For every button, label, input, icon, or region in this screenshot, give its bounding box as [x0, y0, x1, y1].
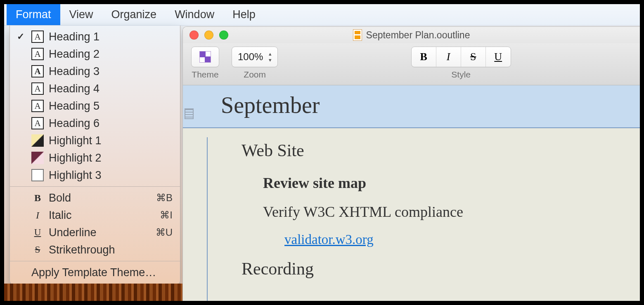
menu-heading-2[interactable]: A Heading 2 [10, 45, 180, 63]
style-segmented-control: B I S U [411, 47, 511, 67]
highlight-swatch-icon [31, 169, 44, 181]
shortcut: ⌘B [156, 192, 173, 204]
menu-apply-template-theme[interactable]: Apply Template Theme… [10, 264, 180, 281]
link[interactable]: validator.w3.org [284, 232, 374, 247]
strikethrough-button[interactable]: S [461, 47, 486, 67]
heading-style-icon: A [31, 117, 44, 129]
theme-icon [199, 51, 211, 63]
heading-style-icon: A [31, 48, 44, 60]
menu-heading-6[interactable]: A Heading 6 [10, 115, 180, 132]
theme-button[interactable] [191, 47, 219, 67]
zoom-stepper[interactable]: 100% ▴▾ [232, 47, 278, 67]
outline-row[interactable]: Recording [183, 259, 640, 279]
menu-highlight-1[interactable]: Highlight 1 [10, 132, 180, 149]
menu-strikethrough[interactable]: S Strikethrough [10, 241, 180, 258]
outline-title-row[interactable]: September [183, 85, 640, 128]
close-button[interactable] [189, 30, 199, 40]
menu-label: Heading 4 [49, 82, 99, 95]
toolbar-label: Zoom [244, 70, 266, 80]
menu-help[interactable]: Help [223, 4, 265, 25]
heading-style-icon: A [31, 100, 44, 112]
document-icon [353, 29, 362, 41]
heading-style-icon: A [31, 30, 44, 43]
menu-label: Highlight 3 [49, 169, 102, 182]
outline-row[interactable]: Verify W3C XHTML compliance [183, 203, 640, 221]
italic-button[interactable]: I [436, 47, 461, 67]
shortcut: ⌘U [156, 227, 173, 238]
outline-title: September [221, 92, 320, 118]
italic-icon: I [31, 209, 44, 221]
document-window: September Plan.ooutline Theme 100% ▴▾ Zo… [182, 26, 640, 301]
shortcut: ⌘I [160, 209, 173, 221]
menu-label: Strikethrough [49, 244, 115, 256]
bold-icon: B [31, 192, 44, 204]
menu-separator [10, 186, 180, 187]
toolbar-theme-group: Theme [191, 47, 219, 80]
menu-label: Highlight 1 [49, 134, 102, 147]
format-dropdown: ✓ A Heading 1 A Heading 2 A Heading 3 A … [9, 26, 180, 285]
window-title-text: September Plan.ooutline [366, 30, 470, 41]
outline-row[interactable]: Review site map [183, 174, 640, 192]
titlebar: September Plan.ooutline [183, 27, 640, 43]
highlight-swatch-icon [31, 134, 44, 147]
menu-bold[interactable]: B Bold ⌘B [10, 189, 180, 206]
menu-italic[interactable]: I Italic ⌘I [10, 206, 180, 224]
toolbar-label: Style [451, 70, 471, 80]
toolbar-label: Theme [192, 70, 218, 80]
zoom-button[interactable] [219, 30, 228, 40]
menu-label: Heading 1 [49, 30, 99, 43]
outline-content: Web Site Review site map Verify W3C XHTM… [183, 128, 640, 279]
toolbar: Theme 100% ▴▾ Zoom B I S U Style [183, 43, 640, 85]
zoom-value: 100% [238, 51, 263, 63]
menu-label: Heading 3 [49, 65, 99, 78]
document-area[interactable]: September Web Site Review site map Verif… [183, 85, 640, 301]
menu-format[interactable]: Format [7, 4, 60, 25]
menu-organize[interactable]: Organize [102, 4, 166, 25]
menu-heading-4[interactable]: A Heading 4 [10, 80, 180, 97]
underline-button[interactable]: U [486, 47, 511, 67]
menu-separator [10, 261, 180, 261]
menu-window[interactable]: Window [166, 4, 223, 25]
menu-highlight-3[interactable]: Highlight 3 [10, 167, 180, 184]
menu-label: Highlight 2 [49, 152, 102, 164]
menu-view[interactable]: View [60, 4, 102, 25]
menu-label: Italic [49, 209, 72, 222]
heading-style-icon: A [31, 82, 44, 95]
heading-style-icon: A [31, 65, 44, 77]
checkmark-icon: ✓ [15, 31, 26, 42]
menu-label: Heading 2 [49, 48, 99, 61]
menubar: Format View Organize Window Help [4, 4, 640, 26]
toolbar-style-group: B I S U Style [411, 47, 511, 80]
desktop-wallpaper [4, 284, 182, 301]
menu-heading-1[interactable]: ✓ A Heading 1 [10, 28, 180, 45]
underline-icon: U [31, 226, 44, 239]
menu-label: Bold [49, 192, 71, 204]
outline-row[interactable]: validator.w3.org [183, 232, 640, 247]
toolbar-zoom-group: 100% ▴▾ Zoom [232, 47, 278, 80]
bold-button[interactable]: B [412, 47, 436, 67]
strikethrough-icon: S [31, 244, 44, 256]
menu-label: Heading 6 [49, 117, 99, 130]
menu-label: Apply Template Theme… [31, 266, 156, 279]
note-gutter-icon[interactable] [185, 108, 194, 119]
minimize-button[interactable] [204, 30, 213, 40]
outline-guide-line [207, 137, 208, 301]
menu-underline[interactable]: U Underline ⌘U [10, 224, 180, 241]
menu-label: Heading 5 [49, 100, 99, 113]
outline-row[interactable]: Web Site [183, 141, 640, 160]
menu-heading-5[interactable]: A Heading 5 [10, 97, 180, 115]
window-controls [189, 30, 228, 40]
menu-label: Underline [49, 226, 97, 239]
menu-heading-3[interactable]: A Heading 3 [10, 63, 180, 80]
highlight-swatch-icon [31, 152, 44, 164]
stepper-arrows-icon: ▴▾ [269, 51, 272, 63]
window-title: September Plan.ooutline [183, 29, 640, 41]
menu-highlight-2[interactable]: Highlight 2 [10, 149, 180, 167]
